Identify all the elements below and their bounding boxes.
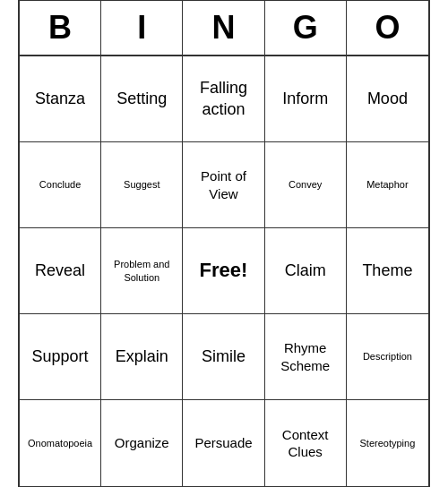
header-o: O [347,1,428,55]
cell-r5-c4[interactable]: Context Clues [265,400,347,486]
cell-r4-c2[interactable]: Explain [101,314,183,400]
cell-r5-c1[interactable]: Onomatopoeia [20,400,101,486]
cell-r3-c5[interactable]: Theme [347,228,428,314]
bingo-grid: Stanza Setting Falling action Inform Moo… [20,56,428,486]
cell-r5-c2[interactable]: Organize [101,400,183,486]
cell-r4-c4[interactable]: Rhyme Scheme [265,314,347,400]
header-g: G [265,1,347,55]
cell-r5-c3[interactable]: Persuade [183,400,264,486]
cell-r4-c5[interactable]: Description [347,314,428,400]
cell-r4-c1[interactable]: Support [20,314,101,400]
cell-r4-c3[interactable]: Simile [183,314,264,400]
header-i: I [101,1,183,55]
header-b: B [20,1,101,55]
cell-r5-c5[interactable]: Stereotyping [347,400,428,486]
cell-r1-c1[interactable]: Stanza [20,56,101,142]
cell-r3-c2[interactable]: Problem and Solution [101,228,183,314]
cell-r2-c1[interactable]: Conclude [20,142,101,228]
cell-r1-c2[interactable]: Setting [101,56,183,142]
bingo-card: B I N G O Stanza Setting Falling action … [18,0,430,487]
cell-r1-c4[interactable]: Inform [265,56,347,142]
cell-r2-c3[interactable]: Point of View [183,142,264,228]
cell-r3-c1[interactable]: Reveal [20,228,101,314]
cell-r3-c3-free[interactable]: Free! [183,228,264,314]
cell-r2-c5[interactable]: Metaphor [347,142,428,228]
cell-r2-c2[interactable]: Suggest [101,142,183,228]
bingo-header: B I N G O [20,1,428,56]
cell-r3-c4[interactable]: Claim [265,228,347,314]
header-n: N [183,1,264,55]
cell-r2-c4[interactable]: Convey [265,142,347,228]
cell-r1-c3[interactable]: Falling action [183,56,264,142]
cell-r1-c5[interactable]: Mood [347,56,428,142]
